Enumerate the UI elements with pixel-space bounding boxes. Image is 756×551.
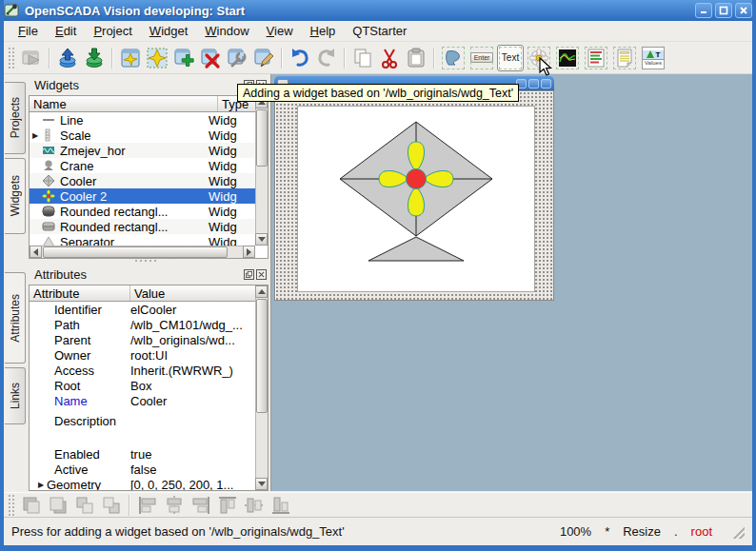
edit-widget-button[interactable] xyxy=(250,45,277,71)
attr-row-path[interactable]: Path/wlb_CM101/wdg_... xyxy=(30,317,255,332)
attributes-vscrollbar[interactable] xyxy=(255,285,268,490)
resize-grip[interactable] xyxy=(733,527,745,539)
attr-row-access[interactable]: AccessInherit.(RWRWR_) xyxy=(30,363,255,378)
attr-row-name[interactable]: NameCooler xyxy=(30,393,255,408)
z-lower-button[interactable] xyxy=(18,492,45,519)
align-vcenter-button[interactable] xyxy=(161,492,188,519)
minimize-button[interactable] xyxy=(695,3,712,18)
align-right-button[interactable] xyxy=(188,492,214,519)
new-widget-button[interactable] xyxy=(117,45,144,71)
protocol-widget-button[interactable] xyxy=(583,45,609,71)
tree-row-scale[interactable]: ▶ Scale Widg xyxy=(30,128,255,143)
column-name[interactable]: Name xyxy=(30,96,218,111)
status-user[interactable]: root xyxy=(691,524,712,539)
attr-row-active[interactable]: Activefalse xyxy=(30,462,255,477)
tab-widgets[interactable]: Widgets xyxy=(5,158,26,234)
attr-row-description[interactable]: Description xyxy=(30,408,255,439)
expander-icon[interactable]: ▶ xyxy=(30,131,41,140)
redo-button[interactable] xyxy=(313,45,340,71)
menu-view[interactable]: View xyxy=(258,21,302,41)
tree-row-crane[interactable]: Crane Widg xyxy=(30,158,255,173)
widgets-hscrollbar[interactable] xyxy=(30,246,255,258)
attr-row-geometry[interactable]: ▶Geometry[0, 0, 250, 200, 1... xyxy=(30,477,255,491)
tree-row-cooler[interactable]: Cooler Widg xyxy=(30,173,255,188)
menu-qtstarter[interactable]: QTStarter xyxy=(344,21,415,41)
form-elements-widget-button[interactable]: Enter xyxy=(468,45,495,71)
attr-row-owner[interactable]: Ownerroot:UI xyxy=(30,347,255,363)
values-box-widget-button[interactable]: T Values xyxy=(640,45,666,71)
attributes-table-header: Attribute Value xyxy=(30,285,268,302)
run-project-button[interactable] xyxy=(18,45,45,71)
scroll-up-button[interactable] xyxy=(255,285,268,298)
column-value[interactable]: Value xyxy=(130,285,268,301)
widget-canvas[interactable] xyxy=(297,106,535,292)
load-from-db-button[interactable] xyxy=(54,45,81,71)
diagram-widget-button[interactable] xyxy=(554,45,581,71)
text-widget-button[interactable]: Text xyxy=(497,45,524,71)
close-button[interactable] xyxy=(735,3,752,18)
widgets-tree-header: Name Type xyxy=(30,96,268,112)
window-title: OpenSCADA Vision developing: Start xyxy=(25,4,245,18)
scroll-down-button[interactable] xyxy=(255,233,268,246)
align-bottom-button[interactable] xyxy=(268,492,294,519)
maximize-button[interactable] xyxy=(715,3,732,18)
scroll-thumb[interactable] xyxy=(256,299,268,413)
menu-file[interactable]: File xyxy=(10,21,47,41)
float-dock-button[interactable] xyxy=(244,269,254,280)
copy-icon xyxy=(351,47,374,69)
z-up-button[interactable] xyxy=(71,492,98,519)
scroll-thumb[interactable] xyxy=(256,109,268,167)
undo-button[interactable] xyxy=(287,45,313,71)
scroll-right-button[interactable] xyxy=(243,246,255,258)
menu-widget[interactable]: Widget xyxy=(141,21,196,41)
scroll-down-button[interactable] xyxy=(255,478,268,490)
menu-help[interactable]: Help xyxy=(302,21,345,41)
close-dock-button[interactable] xyxy=(256,269,267,280)
subwindow-maximize-button[interactable] xyxy=(528,79,539,89)
tree-row-zmejev[interactable]: Zmejev_hor Widg xyxy=(30,143,255,158)
toolbar-drag-handle[interactable] xyxy=(8,47,15,69)
save-to-db-button[interactable] xyxy=(81,45,108,71)
attr-row-root[interactable]: RootBox xyxy=(30,378,255,393)
tree-row-rounded-rect-2[interactable]: Rounded rectangl... Widg xyxy=(30,219,255,234)
copy-button[interactable] xyxy=(349,45,376,71)
tree-row-rounded-rect-1[interactable]: Rounded rectangl... Widg xyxy=(30,204,255,219)
delete-widget-button[interactable] xyxy=(197,45,224,71)
tree-row-line[interactable]: Line Widg xyxy=(30,112,255,128)
align-left-button[interactable] xyxy=(134,492,161,519)
column-attribute[interactable]: Attribute xyxy=(30,285,130,301)
tab-links[interactable]: Links xyxy=(5,367,26,424)
toolbar-drag-handle[interactable] xyxy=(8,494,15,517)
menu-project[interactable]: Project xyxy=(85,21,140,41)
tab-attributes[interactable]: Attributes xyxy=(5,272,26,364)
add-widget-button[interactable] xyxy=(170,45,197,71)
title-bar[interactable]: OpenSCADA Vision developing: Start xyxy=(0,0,756,21)
scroll-thumb[interactable] xyxy=(43,246,228,258)
attr-row-identifier[interactable]: IdentifierelCooler xyxy=(30,302,255,317)
attr-row-enabled[interactable]: Enabledtrue xyxy=(30,446,255,462)
cut-button[interactable] xyxy=(376,45,403,71)
elfigure-widget-button[interactable] xyxy=(440,45,467,71)
z-raise-button[interactable] xyxy=(45,492,71,519)
align-hcenter-button[interactable] xyxy=(241,492,268,519)
menu-window[interactable]: Window xyxy=(196,21,257,41)
subwindow-close-button[interactable] xyxy=(541,79,551,89)
align-top-button[interactable] xyxy=(214,492,241,519)
mdi-area xyxy=(271,74,752,491)
z-down-button[interactable] xyxy=(98,492,125,519)
widget-properties-button[interactable] xyxy=(224,45,250,71)
scroll-left-button[interactable] xyxy=(30,246,42,258)
tree-row-cooler2[interactable]: Cooler 2 Widg xyxy=(30,188,255,204)
widgets-vscrollbar[interactable] xyxy=(255,96,268,246)
document-widget-button[interactable] xyxy=(611,45,638,71)
widget-editor-window[interactable] xyxy=(274,76,554,301)
dock-splitter[interactable] xyxy=(84,258,208,264)
menu-edit[interactable]: Edit xyxy=(47,21,85,41)
main-toolbar: Enter Text xyxy=(4,42,752,74)
tab-projects[interactable]: Projects xyxy=(5,82,26,154)
expander-icon[interactable]: ▶ xyxy=(35,481,47,489)
paste-button[interactable] xyxy=(403,45,429,71)
widget-library-button[interactable] xyxy=(144,45,170,71)
status-mode[interactable]: Resize xyxy=(623,524,661,539)
attr-row-parent[interactable]: Parent/wlb_originals/wd... xyxy=(30,332,255,347)
